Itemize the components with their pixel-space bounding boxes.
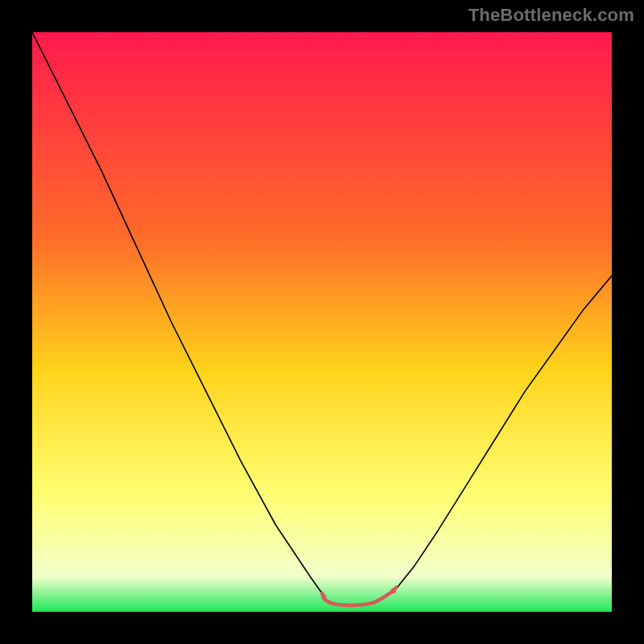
watermark-label: TheBottleneck.com (469, 5, 634, 26)
chart-canvas (32, 32, 612, 612)
chart-frame: TheBottleneck.com (0, 0, 644, 644)
plot-area (32, 32, 612, 612)
